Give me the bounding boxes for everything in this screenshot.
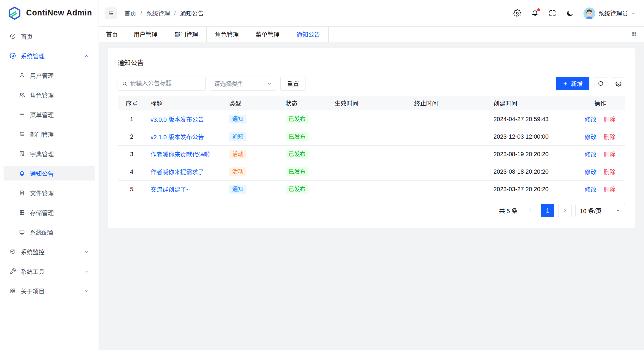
page-size-select[interactable]: 10 条/页	[575, 204, 625, 217]
type-tag: 活动	[229, 150, 246, 159]
chevron-down-icon	[84, 269, 89, 274]
edit-link[interactable]: 修改	[585, 151, 596, 158]
cell-no: 1	[118, 110, 146, 128]
settings-gear-icon	[10, 53, 16, 59]
sidebar-item-file-management[interactable]: 文件管理	[4, 186, 95, 200]
cell-effective-time	[330, 145, 409, 163]
type-tag: 活动	[229, 167, 246, 176]
settings-button[interactable]	[513, 9, 521, 17]
user-group-icon	[19, 92, 25, 98]
cell-end-time	[409, 163, 489, 180]
notice-title-link[interactable]: 作者喊你来贡献代码啦	[151, 150, 210, 159]
edit-link[interactable]: 修改	[585, 169, 596, 175]
tab-dept-management[interactable]: 部门管理	[166, 27, 207, 42]
column-header-effective-time: 生效时间	[330, 96, 409, 110]
type-select[interactable]: 请选择类型	[210, 77, 276, 91]
app-root: ContiNew Admin 首页 系统管理 用户管理 角色管理	[0, 0, 644, 350]
search-icon	[122, 81, 127, 86]
sidebar-item-menu-management[interactable]: 菜单管理	[4, 107, 95, 122]
sidebar-collapse-button[interactable]	[105, 7, 117, 19]
sidebar-item-storage-management[interactable]: 存储管理	[4, 205, 95, 220]
sidebar-item-notice[interactable]: 通知公告	[4, 166, 95, 180]
table-row: 1 v3.0.0 版本发布公告 通知 已发布 2024-04-27 20:59:…	[118, 110, 625, 128]
sidebar-item-system-config[interactable]: 系统配置	[4, 225, 95, 239]
next-page-button[interactable]	[558, 204, 572, 217]
cell-created-time: 2023-08-19 20:20:20	[489, 145, 575, 163]
breadcrumb-item-home[interactable]: 首页	[124, 9, 136, 18]
sidebar-item-dict-management[interactable]: 字典管理	[4, 147, 95, 161]
chevron-down-icon	[84, 249, 89, 254]
user-menu[interactable]: 系统管理员	[583, 7, 636, 19]
table-header-row: 序号 标题 类型 状态 生效时间 终止时间 创建时间 操作	[118, 96, 625, 110]
sidebar-item-system-monitor[interactable]: 系统监控	[4, 245, 95, 259]
tab-menu-management[interactable]: 菜单管理	[247, 27, 288, 42]
edit-link[interactable]: 修改	[585, 186, 596, 193]
cell-end-time	[409, 110, 489, 128]
sidebar: ContiNew Admin 首页 系统管理 用户管理 角色管理	[0, 0, 99, 350]
sidebar-item-role-management[interactable]: 角色管理	[4, 88, 95, 102]
delete-link[interactable]: 删除	[604, 186, 615, 193]
sidebar-item-about-project[interactable]: 关于项目	[4, 284, 95, 298]
breadcrumb-item-notice: 通知公告	[180, 9, 204, 18]
column-header-end-time: 终止时间	[409, 96, 489, 110]
delete-link[interactable]: 删除	[604, 151, 615, 158]
search-input[interactable]	[130, 80, 202, 87]
add-button-label: 新增	[571, 79, 583, 88]
delete-link[interactable]: 删除	[604, 116, 615, 123]
delete-link[interactable]: 删除	[604, 169, 615, 175]
table-settings-button[interactable]	[612, 77, 625, 90]
sidebar-item-system-management[interactable]: 系统管理	[4, 49, 95, 63]
cell-effective-time	[330, 128, 409, 145]
cell-end-time	[409, 180, 489, 198]
search-box	[118, 77, 206, 91]
menu-fold-icon	[107, 10, 114, 17]
sidebar-item-label: 存储管理	[30, 208, 54, 217]
sidebar-item-label: 系统管理	[21, 52, 45, 60]
notifications-button[interactable]	[531, 9, 539, 17]
content-area: 通知公告 请选择类型 重置 新增	[99, 42, 644, 350]
cell-end-time	[409, 145, 489, 163]
logo-row[interactable]: ContiNew Admin	[0, 0, 99, 26]
cell-no: 4	[118, 163, 146, 180]
breadcrumb-separator: /	[174, 10, 176, 17]
reset-button[interactable]: 重置	[280, 77, 306, 91]
breadcrumb-item-system[interactable]: 系统管理	[146, 9, 170, 18]
delete-link[interactable]: 删除	[604, 134, 615, 140]
breadcrumb-separator: /	[140, 10, 142, 17]
notice-title-link[interactable]: 作者喊你来提需求了	[151, 167, 204, 176]
fullscreen-button[interactable]	[548, 9, 556, 17]
dark-mode-button[interactable]	[566, 9, 574, 17]
sidebar-menu: 首页 系统管理 用户管理 角色管理 菜单管理 部门管理	[0, 26, 99, 306]
tab-home[interactable]: 首页	[99, 27, 125, 42]
tab-notice[interactable]: 通知公告	[288, 27, 329, 42]
sidebar-item-system-tools[interactable]: 系统工具	[4, 264, 95, 278]
add-button[interactable]: 新增	[556, 77, 589, 90]
notice-title-link[interactable]: v2.1.0 版本发布公告	[151, 132, 204, 141]
notice-title-link[interactable]: 交流群创建了~	[151, 185, 190, 194]
notification-badge-dot	[537, 8, 540, 11]
breadcrumb: 首页 / 系统管理 / 通知公告	[124, 9, 204, 18]
monitor-chart-icon	[10, 248, 16, 255]
sidebar-item-user-management[interactable]: 用户管理	[4, 68, 95, 83]
chevron-down-icon	[84, 289, 89, 294]
notice-title-link[interactable]: v3.0.0 版本发布公告	[151, 115, 204, 123]
column-header-title: 标题	[146, 96, 224, 110]
tab-user-management[interactable]: 用户管理	[125, 27, 166, 42]
tab-role-management[interactable]: 角色管理	[207, 27, 247, 42]
edit-link[interactable]: 修改	[585, 116, 596, 123]
chevron-down-icon	[267, 81, 272, 86]
continew-logo-icon	[8, 6, 21, 20]
sidebar-item-label: 首页	[21, 32, 33, 41]
sidebar-item-dept-management[interactable]: 部门管理	[4, 127, 95, 141]
previous-page-button[interactable]	[524, 204, 537, 217]
dark-mode-moon-icon	[566, 9, 574, 17]
edit-link[interactable]: 修改	[585, 134, 596, 140]
tab-list-button[interactable]	[631, 27, 644, 42]
cell-no: 3	[118, 145, 146, 163]
chevron-left-icon	[528, 208, 533, 213]
tab-label: 角色管理	[215, 30, 239, 39]
sidebar-item-home[interactable]: 首页	[4, 29, 95, 43]
grid-icon	[631, 31, 637, 37]
page-number-current[interactable]: 1	[541, 204, 554, 217]
refresh-button[interactable]	[594, 77, 607, 90]
